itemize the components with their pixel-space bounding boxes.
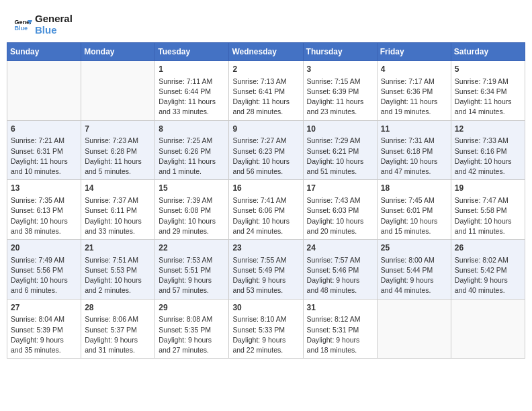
calendar-cell: 9Sunrise: 7:27 AM Sunset: 6:23 PM Daylig… (229, 120, 303, 180)
day-number: 2 (232, 64, 299, 75)
page-header: General Blue General Blue (7, 7, 525, 39)
calendar-cell: 5Sunrise: 7:19 AM Sunset: 6:34 PM Daylig… (451, 61, 525, 121)
day-header-saturday: Saturday (451, 43, 525, 61)
day-info: Sunrise: 7:37 AM Sunset: 6:11 PM Dayligh… (85, 195, 151, 236)
calendar-week-row: 6Sunrise: 7:21 AM Sunset: 6:31 PM Daylig… (7, 120, 525, 180)
day-info: Sunrise: 7:45 AM Sunset: 6:01 PM Dayligh… (381, 195, 447, 236)
day-info: Sunrise: 7:25 AM Sunset: 6:26 PM Dayligh… (159, 136, 225, 177)
day-header-thursday: Thursday (303, 43, 377, 61)
calendar-cell (81, 61, 155, 121)
calendar-cell: 21Sunrise: 7:51 AM Sunset: 5:53 PM Dayli… (81, 240, 155, 300)
calendar-cell: 15Sunrise: 7:39 AM Sunset: 6:08 PM Dayli… (155, 180, 229, 240)
calendar-cell: 10Sunrise: 7:29 AM Sunset: 6:21 PM Dayli… (303, 120, 377, 180)
calendar-cell: 6Sunrise: 7:21 AM Sunset: 6:31 PM Daylig… (7, 120, 81, 180)
day-info: Sunrise: 7:11 AM Sunset: 6:44 PM Dayligh… (159, 77, 225, 118)
day-info: Sunrise: 7:57 AM Sunset: 5:46 PM Dayligh… (307, 255, 373, 296)
day-number: 15 (159, 183, 225, 194)
calendar-week-row: 20Sunrise: 7:49 AM Sunset: 5:56 PM Dayli… (7, 240, 525, 300)
day-info: Sunrise: 7:43 AM Sunset: 6:03 PM Dayligh… (307, 195, 373, 236)
logo-text: General (35, 13, 73, 25)
day-number: 18 (381, 183, 447, 194)
calendar-week-row: 1Sunrise: 7:11 AM Sunset: 6:44 PM Daylig… (7, 61, 525, 121)
day-info: Sunrise: 7:29 AM Sunset: 6:21 PM Dayligh… (307, 136, 373, 177)
calendar-cell: 2Sunrise: 7:13 AM Sunset: 6:41 PM Daylig… (229, 61, 303, 121)
calendar-cell: 19Sunrise: 7:47 AM Sunset: 5:58 PM Dayli… (451, 180, 525, 240)
calendar-cell: 14Sunrise: 7:37 AM Sunset: 6:11 PM Dayli… (81, 180, 155, 240)
day-info: Sunrise: 7:15 AM Sunset: 6:39 PM Dayligh… (307, 77, 373, 118)
day-number: 27 (11, 302, 77, 314)
day-info: Sunrise: 7:35 AM Sunset: 6:13 PM Dayligh… (11, 195, 77, 236)
day-header-friday: Friday (377, 43, 451, 61)
day-number: 12 (455, 124, 521, 135)
calendar-cell: 30Sunrise: 8:10 AM Sunset: 5:33 PM Dayli… (229, 299, 303, 359)
calendar-cell: 12Sunrise: 7:33 AM Sunset: 6:16 PM Dayli… (451, 120, 525, 180)
calendar-cell: 4Sunrise: 7:17 AM Sunset: 6:36 PM Daylig… (377, 61, 451, 121)
day-number: 7 (85, 124, 151, 135)
calendar-cell (451, 299, 525, 359)
calendar-cell (377, 299, 451, 359)
day-info: Sunrise: 7:13 AM Sunset: 6:41 PM Dayligh… (232, 77, 299, 118)
day-number: 26 (455, 242, 521, 254)
day-info: Sunrise: 8:10 AM Sunset: 5:33 PM Dayligh… (232, 314, 299, 355)
day-number: 19 (455, 183, 521, 194)
day-info: Sunrise: 7:51 AM Sunset: 5:53 PM Dayligh… (85, 255, 151, 296)
day-info: Sunrise: 7:49 AM Sunset: 5:56 PM Dayligh… (11, 255, 77, 296)
calendar-cell: 8Sunrise: 7:25 AM Sunset: 6:26 PM Daylig… (155, 120, 229, 180)
day-info: Sunrise: 7:47 AM Sunset: 5:58 PM Dayligh… (455, 195, 521, 236)
day-number: 1 (159, 64, 225, 75)
calendar-cell: 31Sunrise: 8:12 AM Sunset: 5:31 PM Dayli… (303, 299, 377, 359)
day-info: Sunrise: 8:06 AM Sunset: 5:37 PM Dayligh… (85, 314, 151, 355)
calendar-cell (7, 61, 81, 121)
calendar-cell: 26Sunrise: 8:02 AM Sunset: 5:42 PM Dayli… (451, 240, 525, 300)
day-info: Sunrise: 7:19 AM Sunset: 6:34 PM Dayligh… (455, 77, 521, 118)
day-number: 28 (85, 302, 151, 314)
day-info: Sunrise: 7:23 AM Sunset: 6:28 PM Dayligh… (85, 136, 151, 177)
logo-icon: General Blue (13, 15, 32, 34)
calendar-table: SundayMondayTuesdayWednesdayThursdayFrid… (7, 42, 525, 359)
day-number: 31 (307, 302, 373, 314)
day-header-tuesday: Tuesday (155, 43, 229, 61)
day-number: 6 (11, 124, 77, 135)
day-header-wednesday: Wednesday (229, 43, 303, 61)
calendar-cell: 7Sunrise: 7:23 AM Sunset: 6:28 PM Daylig… (81, 120, 155, 180)
calendar-cell: 24Sunrise: 7:57 AM Sunset: 5:46 PM Dayli… (303, 240, 377, 300)
day-info: Sunrise: 7:41 AM Sunset: 6:06 PM Dayligh… (232, 195, 299, 236)
calendar-week-row: 13Sunrise: 7:35 AM Sunset: 6:13 PM Dayli… (7, 180, 525, 240)
svg-text:Blue: Blue (14, 25, 28, 32)
day-number: 23 (232, 242, 299, 254)
day-number: 25 (381, 242, 447, 254)
day-info: Sunrise: 7:21 AM Sunset: 6:31 PM Dayligh… (11, 136, 77, 177)
calendar-cell: 13Sunrise: 7:35 AM Sunset: 6:13 PM Dayli… (7, 180, 81, 240)
day-info: Sunrise: 8:04 AM Sunset: 5:39 PM Dayligh… (11, 314, 77, 355)
calendar-cell: 17Sunrise: 7:43 AM Sunset: 6:03 PM Dayli… (303, 180, 377, 240)
day-number: 29 (159, 302, 225, 314)
calendar-cell: 11Sunrise: 7:31 AM Sunset: 6:18 PM Dayli… (377, 120, 451, 180)
day-number: 20 (11, 242, 77, 254)
calendar-cell: 1Sunrise: 7:11 AM Sunset: 6:44 PM Daylig… (155, 61, 229, 121)
day-number: 3 (307, 64, 373, 75)
calendar-cell: 25Sunrise: 8:00 AM Sunset: 5:44 PM Dayli… (377, 240, 451, 300)
calendar-cell: 16Sunrise: 7:41 AM Sunset: 6:06 PM Dayli… (229, 180, 303, 240)
calendar-cell: 20Sunrise: 7:49 AM Sunset: 5:56 PM Dayli… (7, 240, 81, 300)
day-number: 11 (381, 124, 447, 135)
day-info: Sunrise: 7:31 AM Sunset: 6:18 PM Dayligh… (381, 136, 447, 177)
day-number: 22 (159, 242, 225, 254)
day-header-monday: Monday (81, 43, 155, 61)
day-info: Sunrise: 8:12 AM Sunset: 5:31 PM Dayligh… (307, 314, 373, 355)
day-number: 10 (307, 124, 373, 135)
day-number: 16 (232, 183, 299, 194)
day-number: 4 (381, 64, 447, 75)
day-info: Sunrise: 7:55 AM Sunset: 5:49 PM Dayligh… (232, 255, 299, 296)
day-info: Sunrise: 8:00 AM Sunset: 5:44 PM Dayligh… (381, 255, 447, 296)
calendar-cell: 3Sunrise: 7:15 AM Sunset: 6:39 PM Daylig… (303, 61, 377, 121)
day-info: Sunrise: 8:08 AM Sunset: 5:35 PM Dayligh… (159, 314, 225, 355)
day-info: Sunrise: 7:17 AM Sunset: 6:36 PM Dayligh… (381, 77, 447, 118)
calendar-cell: 23Sunrise: 7:55 AM Sunset: 5:49 PM Dayli… (229, 240, 303, 300)
calendar-header-row: SundayMondayTuesdayWednesdayThursdayFrid… (7, 43, 525, 61)
day-number: 14 (85, 183, 151, 194)
logo: General Blue General Blue (13, 13, 73, 36)
day-info: Sunrise: 7:53 AM Sunset: 5:51 PM Dayligh… (159, 255, 225, 296)
day-number: 5 (455, 64, 521, 75)
day-number: 21 (85, 242, 151, 254)
day-header-sunday: Sunday (7, 43, 81, 61)
